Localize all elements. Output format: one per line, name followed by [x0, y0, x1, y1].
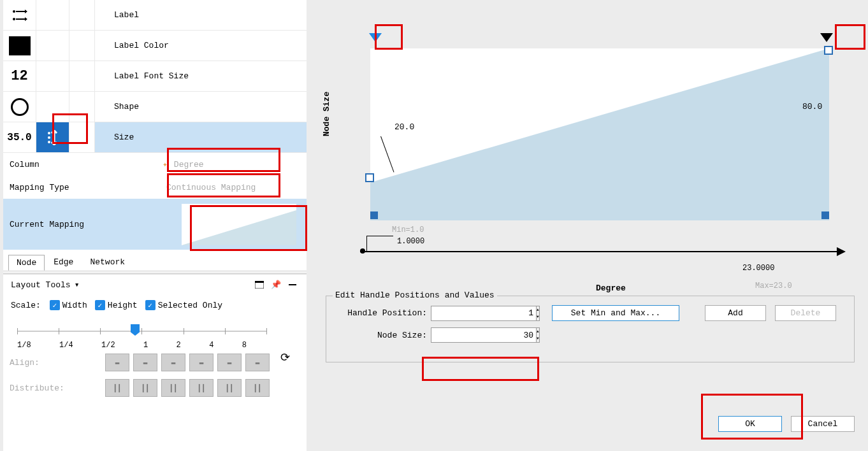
chk-width[interactable]: ✓Width — [50, 300, 87, 310]
set-min-max-button[interactable]: Set Min and Max... — [552, 305, 679, 321]
label-bypass[interactable] — [69, 0, 95, 30]
ns-up[interactable]: ▲ — [537, 328, 539, 335]
fontsize-bypass[interactable] — [69, 61, 95, 91]
align-btn-5[interactable]: ▬ — [217, 354, 242, 371]
prop-label-text: Label — [95, 10, 139, 20]
ns-down[interactable]: ▼ — [537, 335, 539, 342]
labelcolor-bypass[interactable] — [69, 31, 95, 61]
svg-point-0 — [13, 10, 15, 13]
shape-bypass[interactable] — [69, 92, 95, 122]
x-axis — [360, 251, 844, 252]
current-mapping-row[interactable]: Current Mapping — [3, 199, 307, 250]
x-axis-origin — [360, 248, 365, 254]
corner-br[interactable] — [821, 211, 829, 219]
prop-row-size[interactable]: 35.0 Size — [3, 122, 307, 153]
prop-row-label[interactable]: Label — [3, 0, 307, 31]
column-val[interactable]: Degree — [170, 157, 208, 172]
hp-down[interactable]: ▼ — [537, 313, 539, 320]
cancel-button[interactable]: Cancel — [791, 416, 855, 432]
dist-btn-6[interactable]: ┃┃ — [245, 379, 270, 397]
float-icon[interactable] — [253, 280, 266, 290]
max-lbl: Max=23.0 — [755, 282, 792, 290]
ns-label: Node Size: — [335, 331, 431, 340]
curmap-label: Current Mapping — [3, 220, 182, 229]
prop-row-shape[interactable]: Shape — [3, 92, 307, 122]
size-map-icon[interactable] — [36, 122, 69, 152]
scale-label: Scale: — [11, 301, 41, 310]
prop-row-labelcolor[interactable]: Label Color — [3, 31, 307, 61]
max-triangle-handle[interactable] — [820, 33, 833, 42]
layout-tools-dd[interactable]: ▾ — [75, 280, 80, 290]
hp-up[interactable]: ▲ — [537, 306, 539, 313]
chk-height[interactable]: ✓Height — [95, 300, 138, 310]
layout-tools-header: Layout Tools ▾ 📌 — [3, 276, 307, 294]
svg-point-2 — [48, 132, 50, 134]
drag-handle-min[interactable] — [365, 173, 374, 182]
align-btn-4[interactable]: ▬ — [189, 354, 213, 371]
prop-row-fontsize[interactable]: 12 Label Font Size — [3, 61, 307, 92]
chart-area[interactable]: Node Size 20.0 80.0 Min=1.0 1.0000 23.00… — [347, 22, 855, 276]
handle-position-spinner[interactable]: ▲▼ — [431, 306, 526, 321]
align-label: Align: — [10, 358, 105, 368]
svg-rect-6 — [255, 281, 264, 283]
drag-handle-max[interactable] — [824, 46, 833, 55]
size-bypass[interactable] — [69, 122, 95, 152]
label-icon — [3, 0, 36, 30]
column-label: Column — [3, 160, 163, 169]
mapping-type-row[interactable]: Mapping Type Continuous Mapping — [3, 176, 307, 199]
align-btn-3[interactable]: ▬ — [161, 354, 185, 371]
mapping-preview[interactable] — [182, 204, 296, 245]
label-map-icon[interactable] — [36, 0, 69, 30]
align-row: Align: ▬ ▬ ▬ ▬ ▬ ▬ — [3, 350, 307, 375]
minimize-icon[interactable] — [286, 280, 299, 290]
min-val: 1.0000 — [397, 237, 424, 246]
prop-fontsize-text: Label Font Size — [95, 71, 189, 81]
hp-input[interactable] — [431, 306, 537, 321]
dist-btn-2[interactable]: ┃┃ — [133, 379, 157, 397]
dist-btn-5[interactable]: ┃┃ — [217, 379, 242, 397]
labelcolor-icon — [3, 31, 36, 61]
min-triangle-handle[interactable] — [369, 33, 382, 42]
dist-btn-3[interactable]: ┃┃ — [161, 379, 185, 397]
slider-labels: 1/81/41/21248 — [17, 341, 247, 350]
shape-icon — [3, 92, 36, 122]
scale-slider[interactable] — [17, 322, 293, 337]
x-axis-label: Degree — [596, 283, 626, 293]
dist-btn-1[interactable]: ┃┃ — [105, 379, 129, 397]
pin-icon[interactable]: 📌 — [270, 280, 282, 290]
maptype-val[interactable]: Continuous Mapping — [163, 180, 259, 195]
chk-selected[interactable]: ✓Selected Only — [145, 300, 222, 310]
fontsize-map[interactable] — [36, 61, 69, 91]
dist-btn-4[interactable]: ┃┃ — [189, 379, 213, 397]
svg-point-4 — [48, 141, 50, 143]
prop-size-text: Size — [95, 132, 134, 142]
tab-node[interactable]: Node — [8, 255, 45, 271]
val-80: 80.0 — [802, 102, 822, 111]
node-size-spinner[interactable]: ▲▼ — [431, 327, 526, 343]
dialog-buttons: OK Cancel — [709, 416, 855, 432]
style-tabs: Node Edge Network — [3, 252, 307, 271]
add-button[interactable]: Add — [705, 305, 766, 321]
align-btn-6[interactable]: ▬ — [245, 354, 270, 371]
align-btn-1[interactable]: ▬ — [105, 354, 129, 371]
y-axis-label: Node Size — [322, 92, 331, 136]
labelcolor-map[interactable] — [36, 31, 69, 61]
fs-legend: Edit Handle Positions and Values — [333, 290, 497, 300]
val-20: 20.0 — [394, 122, 414, 132]
corner-bl[interactable] — [370, 211, 378, 219]
tab-network[interactable]: Network — [82, 255, 133, 271]
maptype-label: Mapping Type — [3, 183, 163, 192]
left-panel: Label Label Color 12 Label Font Size Sha… — [3, 0, 307, 451]
layout-tools-title: Layout Tools — [11, 280, 71, 290]
degree-icon: ✦ — [163, 159, 168, 169]
distribute-label: Distribute: — [10, 383, 105, 393]
ns-input[interactable] — [431, 327, 537, 343]
fontsize-icon: 12 — [3, 61, 36, 91]
mapping-column-row[interactable]: Column ✦ Degree — [3, 153, 307, 176]
tab-edge[interactable]: Edge — [46, 255, 81, 271]
refresh-icon[interactable]: ⟳ — [280, 350, 290, 364]
align-btn-2[interactable]: ▬ — [133, 354, 157, 371]
right-panel: Node Size 20.0 80.0 Min=1.0 1.0000 23.00… — [313, 0, 867, 451]
ok-button[interactable]: OK — [718, 416, 782, 432]
shape-map[interactable] — [36, 92, 69, 122]
